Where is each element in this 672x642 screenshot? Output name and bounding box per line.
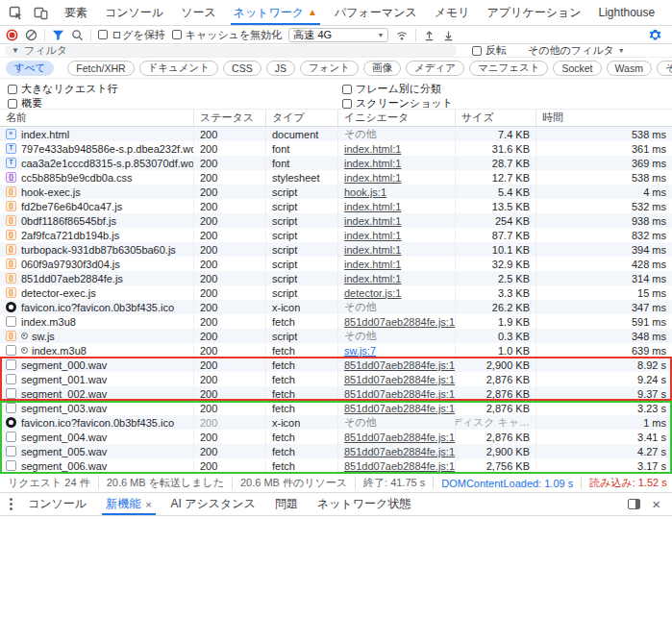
filter-chip[interactable]: メディア <box>406 61 464 76</box>
filter-chip[interactable]: JS <box>266 61 295 76</box>
drawer-tab[interactable]: 新機能× <box>96 493 161 515</box>
close-tab-icon[interactable]: × <box>145 499 151 510</box>
initiator-link[interactable]: hook.js:1 <box>344 186 386 198</box>
panel-tab[interactable]: メモリ <box>426 0 479 25</box>
network-conditions-icon[interactable] <box>395 29 409 41</box>
initiator-link[interactable]: 851dd07aeb2884fe.js:1 <box>344 432 455 443</box>
filter-chip[interactable]: Socket <box>553 61 601 76</box>
drawer-tab[interactable]: コンソール <box>18 493 96 515</box>
filter-chip[interactable]: Wasm <box>607 61 652 76</box>
network-filter-input[interactable]: ▼ フィルタ <box>5 45 457 57</box>
initiator-link[interactable]: index.html:1 <box>344 230 401 241</box>
initiator-link[interactable]: 851dd07aeb2884fe.js:1 <box>344 388 455 400</box>
filter-chip[interactable]: マニフェスト <box>469 61 548 76</box>
table-row[interactable]: favicon.ico?favicon.0b3bf435.ico200x-ico… <box>0 300 672 314</box>
table-row[interactable]: segment_004.wav200fetch851dd07aeb2884fe.… <box>0 430 672 444</box>
preserve-log-checkbox[interactable]: ログを保持 <box>98 28 165 42</box>
initiator-link[interactable]: 851dd07aeb2884fe.js:1 <box>344 359 455 371</box>
screenshots-checkbox[interactable]: スクリーンショット <box>342 96 453 111</box>
filter-chip[interactable]: Fetch/XHR <box>67 61 134 76</box>
throttling-select[interactable]: 高速 4G ▼ <box>288 28 388 42</box>
table-row[interactable]: T797e433ab948586e-s.p.dbea232f.woff2200f… <box>0 141 672 156</box>
table-row[interactable]: ()fd2be76e6b40ca47.js200scriptindex.html… <box>0 199 672 213</box>
group-by-frame-checkbox[interactable]: フレーム別に分類 <box>342 82 441 96</box>
table-row[interactable]: favicon.ico?favicon.0b3bf435.ico200x-ico… <box>0 415 672 430</box>
initiator-link[interactable]: 851dd07aeb2884fe.js:1 <box>344 374 455 385</box>
record-network-log-icon[interactable] <box>6 29 18 41</box>
filter-chip[interactable]: すべて <box>6 61 54 76</box>
filter-chip[interactable]: フォント <box>300 61 359 76</box>
filter-funnel-icon[interactable] <box>52 29 64 41</box>
table-row[interactable]: ()hook-exec.js200scripthook.js:15.4 KB4 … <box>0 185 672 199</box>
table-row[interactable]: index.m3u8200fetch851dd07aeb2884fe.js:11… <box>0 314 672 329</box>
table-row[interactable]: segment_000.wav200fetch851dd07aeb2884fe.… <box>0 358 672 372</box>
initiator-link[interactable]: index.html:1 <box>344 172 401 184</box>
initiator-link[interactable]: sw.js:7 <box>344 345 376 357</box>
table-row[interactable]: ()851dd07aeb2884fe.js200scriptindex.html… <box>0 271 672 285</box>
initiator-link[interactable]: 851dd07aeb2884fe.js:1 <box>344 403 455 414</box>
initiator-link[interactable]: index.html:1 <box>344 143 401 155</box>
table-row[interactable]: Tcaa3a2e1cccd8315-s.p.853070df.woff2200f… <box>0 156 672 170</box>
close-drawer-icon[interactable]: × <box>650 497 662 511</box>
table-row[interactable]: ()turbopack-931db87b6305ba60.js200script… <box>0 242 672 257</box>
initiator-link[interactable]: index.html:1 <box>344 244 401 256</box>
invert-filter-checkbox[interactable]: 反転 <box>472 43 507 58</box>
panel-tab[interactable]: ソース <box>172 0 225 25</box>
export-har-icon[interactable] <box>442 29 455 41</box>
table-row[interactable]: {}cc5b885b9e9cdb0a.css200stylesheetindex… <box>0 170 672 185</box>
column-header[interactable]: ステータス <box>194 110 266 126</box>
table-row[interactable]: segment_002.wav200fetch851dd07aeb2884fe.… <box>0 386 672 401</box>
table-row[interactable]: ()0bdf1186f86545bf.js200scriptindex.html… <box>0 213 672 228</box>
filter-chip[interactable]: CSS <box>223 61 261 76</box>
initiator-link[interactable]: detector.js:1 <box>344 287 401 299</box>
filter-chip[interactable]: ドキュメント <box>139 61 218 76</box>
column-header[interactable]: 名前 <box>0 110 194 126</box>
initiator-link[interactable]: index.html:1 <box>344 201 401 212</box>
table-row[interactable]: segment_001.wav200fetch851dd07aeb2884fe.… <box>0 372 672 386</box>
overview-checkbox[interactable]: 概要 <box>8 96 42 111</box>
clear-network-log-icon[interactable] <box>25 29 37 41</box>
more-filters-button[interactable]: その他のフィルタ ▼ <box>528 43 625 58</box>
panel-tab[interactable]: アプリケーション <box>479 0 590 25</box>
drawer-tab[interactable]: 問題 <box>265 493 308 515</box>
import-har-icon[interactable] <box>423 29 436 41</box>
table-row[interactable]: segment_006.wav200fetch851dd07aeb2884fe.… <box>0 458 672 473</box>
table-row[interactable]: ()detector-exec.js200scriptdetector.js:1… <box>0 285 672 300</box>
dock-panel-icon[interactable] <box>628 499 640 509</box>
search-icon[interactable] <box>71 29 84 41</box>
table-row[interactable]: ()sw.js200scriptその他0.3 KB348 ms <box>0 329 672 343</box>
filter-chip[interactable]: 画像 <box>363 61 401 76</box>
table-row[interactable]: index.m3u8200fetchsw.js:71.0 KB639 ms <box>0 343 672 358</box>
table-row[interactable]: segment_005.wav200fetch851dd07aeb2884fe.… <box>0 444 672 458</box>
initiator-link[interactable]: index.html:1 <box>344 273 401 284</box>
panel-tab[interactable]: コンソール <box>96 0 172 25</box>
column-header[interactable]: サイズ <box>456 110 536 126</box>
column-header[interactable]: 時間 <box>536 110 672 126</box>
initiator-link[interactable]: index.html:1 <box>344 259 401 270</box>
network-settings-gear-icon[interactable] <box>648 28 666 42</box>
big-request-rows-checkbox[interactable]: 大きなリクエスト行 <box>8 82 118 96</box>
panel-tab[interactable]: Lighthouse <box>590 0 664 25</box>
filter-chip[interactable]: その他 <box>657 61 672 76</box>
table-row[interactable]: segment_003.wav200fetch851dd07aeb2884fe.… <box>0 401 672 415</box>
panel-tab[interactable]: ネットワーク▲ <box>225 0 326 25</box>
panel-tab[interactable]: 要素 <box>56 0 96 25</box>
inspect-element-icon[interactable] <box>6 3 25 22</box>
disable-cache-checkbox[interactable]: キャッシュを無効化 <box>172 28 283 42</box>
initiator-link[interactable]: index.html:1 <box>344 215 401 227</box>
panel-tab[interactable]: パフォーマンス <box>326 0 426 25</box>
initiator-link[interactable]: 851dd07aeb2884fe.js:1 <box>344 446 455 457</box>
table-row[interactable]: ()060f9a97930f3d04.js200scriptindex.html… <box>0 257 672 271</box>
drawer-tab[interactable]: ネットワーク状態 <box>308 493 420 515</box>
initiator-link[interactable]: 851dd07aeb2884fe.js:1 <box>344 316 455 328</box>
table-row[interactable]: ≡index.html200documentその他7.4 KB538 ms <box>0 127 672 141</box>
table-row[interactable]: ()2af9fca721db194b.js200scriptindex.html… <box>0 228 672 242</box>
initiator-link[interactable]: index.html:1 <box>344 158 401 169</box>
drawer-tab[interactable]: AI アシスタンス <box>162 493 265 515</box>
column-header[interactable]: イニシエータ <box>338 110 456 126</box>
initiator-link[interactable]: 851dd07aeb2884fe.js:1 <box>344 460 455 472</box>
column-header[interactable]: タイプ <box>266 110 338 126</box>
device-toolbar-icon[interactable] <box>31 3 50 22</box>
drawer-menu-kebab-icon[interactable] <box>8 496 14 512</box>
panel-tab[interactable]: レコーダー <box>663 0 672 25</box>
